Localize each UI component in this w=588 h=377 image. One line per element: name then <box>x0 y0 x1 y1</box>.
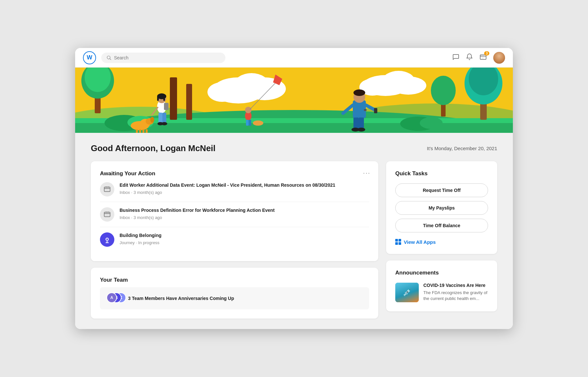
announcement-text: COVID-19 Vaccines Are Here The FDA recog… <box>423 283 488 302</box>
action-sub-2: Inbox · 3 month(s) ago <box>120 215 275 220</box>
svg-point-12 <box>207 82 237 102</box>
team-anniversary-row[interactable]: A B C 3 Team Members Have Anniversaries … <box>100 287 369 309</box>
svg-rect-60 <box>359 118 364 129</box>
svg-rect-25 <box>170 77 177 120</box>
time-off-balance-button[interactable]: Time Off Balance <box>395 219 488 232</box>
search-bar[interactable] <box>101 53 225 63</box>
svg-point-24 <box>431 76 456 105</box>
action-item-text: Edit Worker Additional Data Event: Logan… <box>120 182 335 195</box>
your-team-title: Your Team <box>100 277 128 283</box>
search-icon <box>106 55 111 60</box>
svg-rect-34 <box>139 129 141 133</box>
svg-rect-40 <box>157 96 159 101</box>
svg-rect-35 <box>142 129 144 133</box>
svg-rect-36 <box>146 129 148 133</box>
svg-rect-72 <box>104 212 110 217</box>
svg-rect-33 <box>136 129 138 133</box>
announcement-item[interactable]: COVID-19 Vaccines Are Here The FDA recog… <box>395 283 488 302</box>
your-team-card: Your Team A B C 3 Team Members Have Anni… <box>91 268 378 319</box>
browser-window: W <box>75 48 513 329</box>
announcement-headline: COVID-19 Vaccines Are Here <box>423 283 488 288</box>
svg-point-68 <box>420 117 443 129</box>
action-item[interactable]: Edit Worker Additional Data Event: Logan… <box>100 177 369 202</box>
greeting-text: Good Afternoon, Logan McNeil <box>91 143 216 153</box>
action-item[interactable]: Business Process Definition Error for Wo… <box>100 202 369 227</box>
search-input[interactable] <box>114 55 220 60</box>
svg-rect-66 <box>364 109 367 111</box>
action-title-1: Edit Worker Additional Data Event: Logan… <box>120 182 335 189</box>
action-sub-3: Journey · In progress <box>120 240 161 245</box>
svg-rect-50 <box>246 120 249 126</box>
inbox-action-icon-2 <box>100 207 114 222</box>
svg-point-76 <box>106 239 108 240</box>
hero-illustration <box>75 68 513 133</box>
svg-point-46 <box>161 122 167 125</box>
inbox-action-icon <box>100 182 114 196</box>
team-avatar-1: A <box>106 292 117 303</box>
svg-rect-43 <box>162 113 166 123</box>
inbox-icon[interactable]: 3 <box>480 53 487 62</box>
team-avatars: A B C <box>106 292 123 304</box>
announcement-body: The FDA recognizes the gravity of the cu… <box>423 290 488 302</box>
announcements-title: Announcements <box>395 270 488 276</box>
greeting-row: Good Afternoon, Logan McNeil It's Monday… <box>91 143 497 153</box>
action-title-3: Building Belonging <box>120 232 161 239</box>
svg-rect-44 <box>164 103 169 110</box>
svg-point-49 <box>245 107 252 113</box>
svg-point-52 <box>253 120 263 126</box>
svg-point-32 <box>150 117 154 123</box>
my-payslips-button[interactable]: My Payslips <box>395 201 488 215</box>
content-grid: Awaiting Your Action ··· <box>91 161 497 319</box>
svg-rect-59 <box>353 118 359 129</box>
action-item-text-3: Building Belonging Journey · In progress <box>120 232 161 245</box>
action-item-text-2: Business Process Definition Error for Wo… <box>120 207 275 220</box>
right-col: Quick Tasks Request Time Off My Payslips… <box>386 161 497 319</box>
main-content: Good Afternoon, Logan McNeil It's Monday… <box>75 133 513 329</box>
workday-logo[interactable]: W <box>83 51 96 64</box>
svg-rect-71 <box>107 186 109 188</box>
svg-rect-51 <box>249 120 251 126</box>
svg-rect-2 <box>480 55 486 59</box>
svg-rect-65 <box>374 108 377 113</box>
announcement-image <box>395 283 419 302</box>
journey-action-icon <box>100 232 114 247</box>
svg-rect-70 <box>106 186 107 188</box>
quick-tasks-title: Quick Tasks <box>395 170 488 177</box>
hero-banner <box>75 68 513 133</box>
team-anniversary-text: 3 Team Members Have Anniversaries Coming… <box>128 296 234 301</box>
date-label: It's Monday, December 20, 2021 <box>427 146 497 151</box>
awaiting-action-card: Awaiting Your Action ··· <box>91 161 378 261</box>
svg-point-62 <box>357 128 365 132</box>
top-nav: W <box>75 48 513 68</box>
awaiting-action-title: Awaiting Your Action <box>100 170 155 177</box>
svg-point-15 <box>390 76 426 95</box>
action-item[interactable]: Building Belonging Journey · In progress <box>100 227 369 252</box>
svg-rect-56 <box>353 100 366 118</box>
chat-icon[interactable] <box>452 53 459 62</box>
avatar-face <box>493 52 505 64</box>
quick-tasks-card: Quick Tasks Request Time Off My Payslips… <box>386 161 497 254</box>
request-time-off-button[interactable]: Request Time Off <box>395 183 488 197</box>
left-col: Awaiting Your Action ··· <box>91 161 378 319</box>
notification-icon[interactable] <box>466 53 473 62</box>
nav-icons: 3 <box>452 52 505 64</box>
action-title-2: Business Process Definition Error for Wo… <box>120 207 275 214</box>
svg-point-58 <box>353 89 365 96</box>
action-sub-1: Inbox · 3 month(s) ago <box>120 190 335 195</box>
svg-line-1 <box>110 58 111 59</box>
svg-rect-73 <box>106 212 107 213</box>
svg-rect-42 <box>158 113 162 123</box>
view-all-apps-label: View All Apps <box>404 239 436 245</box>
inbox-badge: 3 <box>484 51 489 55</box>
svg-rect-26 <box>186 84 192 120</box>
svg-rect-41 <box>163 96 165 101</box>
card-menu-button[interactable]: ··· <box>363 169 370 177</box>
announcements-card: Announcements COVID-19 Vaccines Are Here… <box>386 260 497 311</box>
svg-rect-74 <box>107 212 109 213</box>
view-all-apps-link[interactable]: View All Apps <box>395 239 488 245</box>
user-avatar[interactable] <box>493 52 505 64</box>
apps-grid-icon <box>395 239 401 245</box>
svg-rect-69 <box>104 187 110 192</box>
